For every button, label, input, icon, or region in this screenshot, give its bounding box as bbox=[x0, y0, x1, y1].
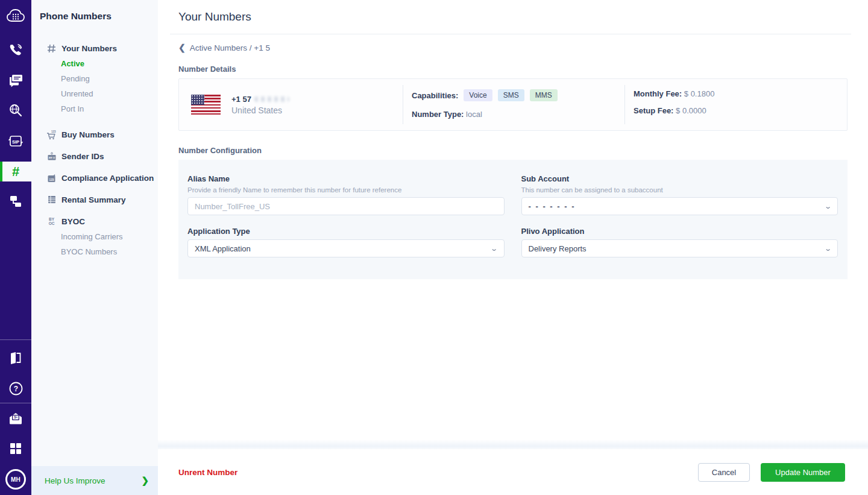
breadcrumb-label: Active Numbers / +1 5 bbox=[190, 43, 270, 52]
sidebar-item-active[interactable]: Active bbox=[31, 56, 158, 71]
apps-icon[interactable] bbox=[0, 438, 31, 459]
alias-name-label: Alias Name bbox=[187, 174, 505, 183]
icon-rail: SIP # ? $= MH bbox=[0, 0, 31, 495]
flow-icon[interactable] bbox=[0, 191, 31, 212]
main-content: Your Numbers ❮ Active Numbers / +1 5 Num… bbox=[158, 0, 868, 495]
redacted-digits bbox=[254, 96, 289, 102]
sidebar-title: Phone Numbers bbox=[40, 11, 112, 22]
capabilities-label: Capabilities: bbox=[412, 91, 458, 100]
rail-divider bbox=[0, 339, 31, 340]
breadcrumb[interactable]: ❮ Active Numbers / +1 5 bbox=[178, 43, 270, 52]
number-type-label: Number Type: bbox=[412, 110, 464, 119]
number-configuration-heading: Number Configuration bbox=[178, 146, 262, 155]
page-title: Your Numbers bbox=[178, 10, 251, 24]
sidebar-item-incoming-carriers[interactable]: Incoming Carriers bbox=[31, 229, 158, 244]
capability-badge-mms: MMS bbox=[530, 89, 558, 101]
number-identity: +1 57 United States bbox=[179, 79, 403, 130]
svg-text:SIP: SIP bbox=[12, 139, 19, 145]
title-divider bbox=[170, 34, 851, 34]
svg-text:123: 123 bbox=[49, 178, 54, 181]
application-type-select[interactable]: XML Application ⌄ bbox=[187, 239, 505, 257]
plivo-application-select[interactable]: Delivery Reports ⌄ bbox=[521, 239, 838, 257]
country-label: United States bbox=[231, 106, 289, 115]
sidebar-item-port-in[interactable]: Port In bbox=[31, 101, 158, 116]
plivo-application-label: Plivo Application bbox=[521, 227, 838, 236]
voice-icon[interactable] bbox=[0, 40, 31, 61]
sidebar: Phone Numbers Your Numbers Active Pendin… bbox=[31, 0, 158, 495]
messaging-icon[interactable] bbox=[0, 70, 31, 90]
help-us-improve-button[interactable]: Help Us Improve ❯ bbox=[31, 466, 158, 495]
billing-icon[interactable]: $= bbox=[0, 408, 31, 429]
sidebar-item-label: BYOC bbox=[61, 217, 85, 226]
sidebar-item-label: Your Numbers bbox=[61, 44, 117, 53]
chevron-down-icon: ⌄ bbox=[824, 245, 832, 253]
application-type-label: Application Type bbox=[187, 227, 505, 236]
unrent-number-button[interactable]: Unrent Number bbox=[178, 468, 237, 477]
sidebar-item-buy-numbers[interactable]: 123 Buy Numbers bbox=[31, 127, 158, 142]
sidebar-item-label: Compliance Application bbox=[61, 174, 154, 183]
checklist-icon: 123 bbox=[46, 173, 57, 183]
phone-number: +1 57 bbox=[231, 95, 289, 104]
capability-badge-voice: Voice bbox=[464, 89, 492, 101]
sidebar-item-label: Rental Summary bbox=[61, 195, 126, 204]
sidebar-item-pending[interactable]: Pending bbox=[31, 71, 158, 86]
sidebar-nav: Your Numbers Active Pending Unrented Por… bbox=[31, 41, 158, 259]
user-avatar[interactable]: MH bbox=[5, 469, 26, 490]
chevron-right-icon: ❯ bbox=[141, 475, 149, 486]
rail-divider bbox=[0, 403, 31, 403]
sidebar-item-label: Buy Numbers bbox=[61, 130, 115, 139]
lookup-icon[interactable] bbox=[0, 100, 31, 121]
svg-text:AB·12: AB·12 bbox=[48, 157, 54, 159]
phone-numbers-icon[interactable]: # bbox=[0, 162, 31, 181]
help-icon[interactable]: ? bbox=[0, 378, 31, 399]
hash-glyph: # bbox=[12, 165, 19, 178]
hash-icon bbox=[46, 43, 57, 54]
sidebar-item-your-numbers[interactable]: Your Numbers bbox=[31, 41, 158, 55]
sub-account-hint: This number can be assigned to a subacco… bbox=[521, 186, 838, 194]
number-type-value: local bbox=[466, 110, 482, 119]
byoc-icon: BYOC bbox=[46, 216, 57, 227]
number-configuration-panel: Alias Name Provide a friendly Name to re… bbox=[178, 160, 848, 279]
chevron-down-icon: ⌄ bbox=[490, 245, 498, 253]
us-flag-icon bbox=[191, 95, 221, 115]
chevron-down-icon: ⌄ bbox=[824, 203, 832, 210]
sidebar-item-sender-ids[interactable]: AB·12 Sender IDs bbox=[31, 149, 158, 163]
svg-text:$=: $= bbox=[14, 415, 18, 419]
sidebar-item-rental-summary[interactable]: Rental Summary bbox=[31, 192, 158, 207]
setup-fee-label: Setup Fee: bbox=[634, 106, 673, 115]
sidebar-item-byoc[interactable]: BYOC BYOC bbox=[31, 214, 158, 229]
sidebar-item-compliance-application[interactable]: 123 Compliance Application bbox=[31, 171, 158, 185]
number-details-card: +1 57 United States Capabilities: Voice … bbox=[178, 78, 848, 131]
sub-account-select[interactable]: - - - - - - - ⌄ bbox=[521, 197, 838, 215]
content-bottom-fade bbox=[158, 440, 868, 449]
docs-icon[interactable] bbox=[0, 348, 31, 368]
sub-account-label: Sub Account bbox=[521, 174, 838, 183]
update-number-button[interactable]: Update Number bbox=[761, 463, 845, 482]
action-footer: Unrent Number Cancel Update Number bbox=[158, 449, 868, 495]
capability-badge-sms: SMS bbox=[498, 89, 524, 101]
plivo-application-value: Delivery Reports bbox=[529, 244, 587, 253]
table-icon bbox=[46, 195, 57, 205]
monthly-fee-value: $ 0.1800 bbox=[684, 89, 715, 98]
capabilities-section: Capabilities: Voice SMS MMS Number Type:… bbox=[403, 79, 624, 130]
alias-name-input[interactable] bbox=[187, 197, 505, 215]
application-type-value: XML Application bbox=[195, 244, 251, 253]
svg-text:123: 123 bbox=[51, 130, 56, 133]
plivo-logo-icon[interactable] bbox=[0, 5, 31, 26]
sip-trunking-icon[interactable]: SIP bbox=[0, 131, 31, 151]
setup-fee-value: $ 0.0000 bbox=[676, 106, 706, 115]
svg-text:?: ? bbox=[13, 385, 17, 393]
monthly-fee-label: Monthly Fee: bbox=[634, 89, 682, 98]
number-details-heading: Number Details bbox=[178, 65, 236, 74]
chevron-left-icon: ❮ bbox=[178, 43, 186, 52]
sidebar-item-label: Sender IDs bbox=[61, 152, 104, 161]
help-us-improve-label: Help Us Improve bbox=[45, 476, 105, 485]
sub-account-value: - - - - - - - bbox=[529, 202, 576, 211]
cart-icon: 123 bbox=[46, 130, 57, 140]
app-window: SIP # ? $= MH Phone Numbers Your Numbers bbox=[0, 0, 868, 495]
cancel-button[interactable]: Cancel bbox=[698, 463, 750, 482]
alias-name-hint: Provide a friendly Name to remember this… bbox=[187, 186, 505, 194]
id-badge-icon: AB·12 bbox=[46, 151, 57, 162]
sidebar-item-byoc-numbers[interactable]: BYOC Numbers bbox=[31, 244, 158, 259]
sidebar-item-unrented[interactable]: Unrented bbox=[31, 86, 158, 101]
